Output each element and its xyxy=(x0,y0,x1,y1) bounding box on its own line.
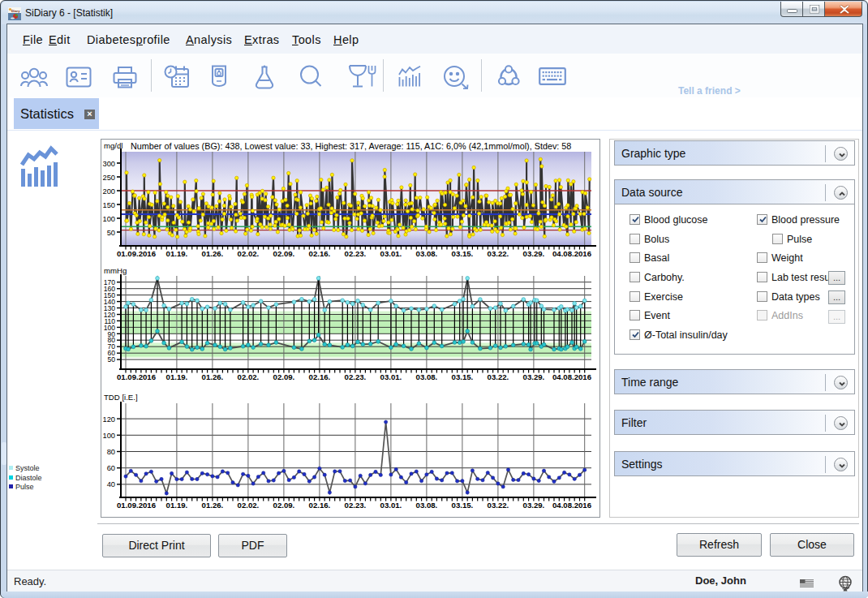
svg-text:Diary: Diary xyxy=(11,9,20,13)
